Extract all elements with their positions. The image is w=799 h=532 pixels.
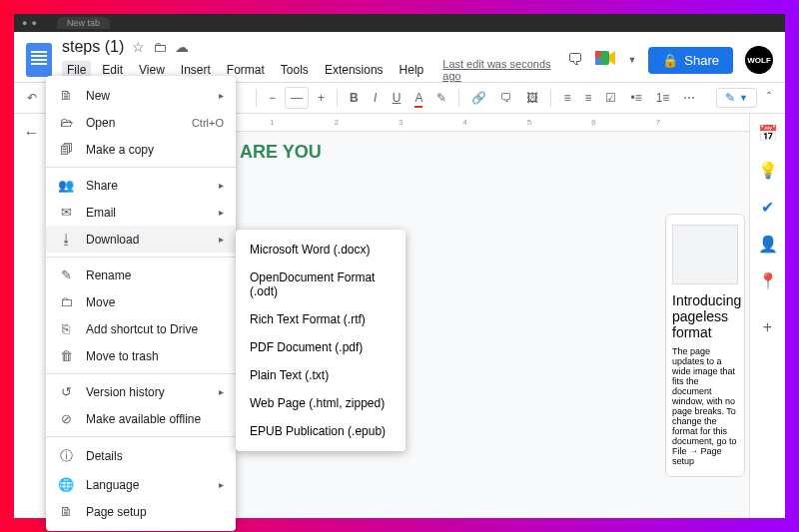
contacts-icon[interactable]: 👤 [758, 235, 778, 254]
document-title[interactable]: steps (1) [62, 38, 124, 56]
last-edit-link[interactable]: Last edit was seconds ago [442, 58, 567, 82]
email-icon: ✉ [58, 205, 74, 220]
file-open[interactable]: 🗁OpenCtrl+O [46, 109, 236, 136]
highlight-icon[interactable]: ✎ [431, 88, 451, 108]
rename-icon: ✎ [58, 267, 74, 282]
text-color-icon[interactable]: A [409, 88, 427, 108]
cloud-status-icon[interactable]: ☁ [175, 39, 189, 55]
page-setup-icon: 🗎 [58, 504, 74, 519]
share-label: Share [684, 53, 719, 68]
download-icon: ⭳ [58, 232, 74, 247]
ruler[interactable]: 1234567 [230, 114, 749, 132]
info-body: The page updates to a wide image that fi… [672, 346, 738, 466]
link-icon[interactable]: 🔗 [466, 88, 491, 108]
menu-extensions[interactable]: Extensions [320, 61, 389, 79]
add-comment-icon[interactable]: 🗨 [495, 88, 517, 108]
file-new[interactable]: 🗎New▸ [46, 82, 236, 109]
docs-logo-icon[interactable] [26, 43, 52, 77]
tasks-icon[interactable]: ✔ [761, 198, 774, 217]
side-panel: 📅 💡 ✔ 👤 📍 + [749, 114, 785, 518]
numbered-list-icon[interactable]: 1≡ [651, 88, 675, 108]
menu-help[interactable]: Help [395, 61, 429, 79]
file-offline[interactable]: ⊘Make available offline [46, 405, 236, 432]
download-rtf[interactable]: Rich Text Format (.rtf) [236, 305, 405, 333]
globe-icon: 🌐 [58, 477, 74, 492]
download-odt[interactable]: OpenDocument Format (.odt) [236, 264, 405, 305]
more-icon[interactable]: ⋯ [678, 88, 700, 108]
star-icon[interactable]: ☆ [132, 39, 145, 55]
bulleted-list-icon[interactable]: •≡ [625, 88, 646, 108]
maps-icon[interactable]: 📍 [758, 271, 778, 290]
meet-icon[interactable] [595, 49, 615, 71]
browser-tab[interactable]: New tab [57, 17, 110, 29]
move-folder-icon: 🗀 [58, 294, 74, 309]
undo-icon[interactable]: ↶ [22, 88, 42, 108]
file-details[interactable]: ⓘDetails [46, 441, 236, 471]
bold-icon[interactable]: B [345, 88, 364, 108]
checklist-icon[interactable]: ☑ [600, 88, 621, 108]
italic-icon[interactable]: I [368, 88, 384, 108]
hide-menus-icon[interactable]: ˆ [761, 88, 777, 108]
copy-icon: 🗐 [58, 142, 74, 157]
svg-rect-2 [595, 58, 600, 65]
underline-icon[interactable]: U [388, 88, 406, 108]
download-epub[interactable]: EPUB Publication (.epub) [236, 417, 405, 445]
file-email[interactable]: ✉Email▸ [46, 199, 236, 226]
image-icon[interactable]: 🖼 [521, 88, 543, 108]
meet-dropdown-icon[interactable]: ▼ [627, 55, 636, 65]
file-page-setup[interactable]: 🗎Page setup [46, 498, 236, 525]
calendar-icon[interactable]: 📅 [758, 124, 778, 143]
new-icon: 🗎 [58, 88, 74, 103]
file-make-copy[interactable]: 🗐Make a copy [46, 136, 236, 163]
svg-rect-1 [595, 51, 600, 58]
keep-icon[interactable]: 💡 [758, 161, 778, 180]
align-icon[interactable]: ≡ [558, 88, 575, 108]
share-icon: 👥 [58, 178, 74, 193]
line-spacing-icon[interactable]: ≡ [579, 88, 596, 108]
file-move[interactable]: 🗀Move [46, 288, 236, 315]
move-icon[interactable]: 🗀 [153, 39, 167, 55]
download-txt[interactable]: Plain Text (.txt) [236, 361, 405, 389]
file-download[interactable]: ⭳Download▸ [46, 226, 236, 253]
file-rename[interactable]: ✎Rename [46, 262, 236, 288]
file-version-history[interactable]: ↺Version history▸ [46, 378, 236, 405]
browser-tab-bar: ●● New tab [14, 14, 785, 32]
download-submenu: Microsoft Word (.docx) OpenDocument Form… [236, 230, 405, 451]
offline-icon: ⊘ [58, 411, 74, 426]
pencil-icon: ✎ [725, 91, 735, 105]
outline-toggle[interactable]: ← [14, 114, 50, 518]
file-language[interactable]: 🌐Language▸ [46, 471, 236, 498]
info-icon: ⓘ [58, 447, 74, 465]
info-title: Introducing pageless format [672, 292, 738, 340]
download-docx[interactable]: Microsoft Word (.docx) [236, 236, 405, 264]
font-size-minus[interactable]: − [264, 88, 281, 108]
add-panel-icon[interactable]: + [763, 318, 772, 336]
trash-icon: 🗑 [58, 348, 74, 363]
pageless-info-panel: Introducing pageless format The page upd… [665, 214, 745, 477]
info-thumbnail [672, 225, 738, 284]
download-html[interactable]: Web Page (.html, zipped) [236, 389, 405, 417]
file-add-shortcut[interactable]: ⎘Add shortcut to Drive [46, 315, 236, 342]
share-button[interactable]: 🔒 Share [648, 47, 733, 74]
open-icon: 🗁 [58, 115, 74, 130]
file-dropdown-menu: 🗎New▸ 🗁OpenCtrl+O 🗐Make a copy 👥Share▸ ✉… [46, 76, 236, 531]
font-size-plus[interactable]: + [313, 88, 330, 108]
drive-shortcut-icon: ⎘ [58, 321, 74, 336]
comments-icon[interactable]: 🗨 [567, 51, 583, 69]
download-pdf[interactable]: PDF Document (.pdf) [236, 333, 405, 361]
header: steps (1) ☆ 🗀 ☁ File Edit View Insert Fo… [14, 32, 785, 82]
history-icon: ↺ [58, 384, 74, 399]
font-size-input[interactable]: — [285, 87, 309, 109]
file-trash[interactable]: 🗑Move to trash [46, 342, 236, 369]
menu-tools[interactable]: Tools [276, 61, 314, 79]
editing-mode-button[interactable]: ✎▼ [716, 88, 757, 108]
lock-icon: 🔒 [662, 53, 678, 68]
file-share[interactable]: 👥Share▸ [46, 172, 236, 199]
document-body-text[interactable]: ARE YOU [230, 132, 749, 163]
account-avatar[interactable]: WOLF [745, 46, 773, 74]
